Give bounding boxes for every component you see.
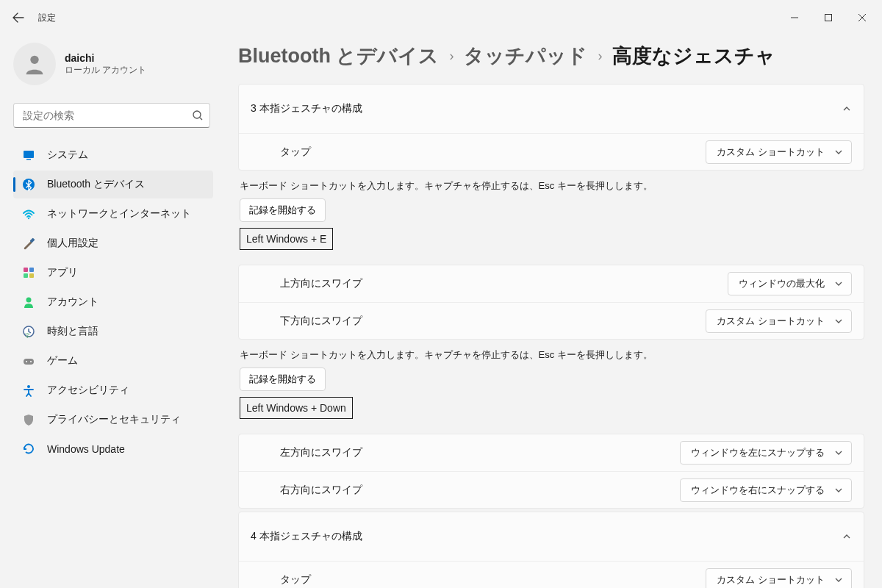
swipe-right-value: ウィンドウを右にスナップする <box>691 484 825 497</box>
row-tap: タップ カスタム ショートカット <box>239 133 864 170</box>
nav-item-shield[interactable]: プライバシーとセキュリティ <box>13 406 213 434</box>
search-input[interactable] <box>23 110 192 121</box>
four-finger-header[interactable]: 4 本指ジェスチャの構成 <box>239 512 864 561</box>
svg-point-3 <box>193 111 201 118</box>
svg-point-14 <box>26 298 32 303</box>
svg-point-20 <box>27 385 30 388</box>
swipe-down-label: 下方向にスワイプ <box>280 315 362 328</box>
nav-item-access[interactable]: アクセシビリティ <box>13 376 213 404</box>
nav-label: アプリ <box>47 266 78 279</box>
four-finger-title: 4 本指ジェスチャの構成 <box>251 530 362 543</box>
svg-point-2 <box>30 56 38 64</box>
swipe-panel-2: 左方向にスワイプ ウィンドウを左にスナップする 右方向にスワイプ ウィンドウを右… <box>238 434 864 509</box>
minimize-button[interactable] <box>778 6 811 29</box>
svg-point-19 <box>30 361 32 362</box>
three-finger-panel: 3 本指ジェスチャの構成 タップ カスタム ショートカット <box>238 84 864 171</box>
swipe-right-label: 右方向にスワイプ <box>280 484 362 497</box>
person-icon <box>22 51 47 76</box>
swipe-up-dropdown[interactable]: ウィンドウの最大化 <box>728 272 852 295</box>
chevron-down-icon <box>833 147 844 157</box>
nav-item-brush[interactable]: 個人用設定 <box>13 229 213 257</box>
svg-rect-13 <box>29 273 34 278</box>
swipe-down-dropdown[interactable]: カスタム ショートカット <box>706 309 852 333</box>
search-icon <box>192 110 204 121</box>
svg-point-18 <box>26 361 27 362</box>
row-swipe-up: 上方向にスワイプ ウィンドウの最大化 <box>239 265 864 302</box>
swipe-up-label: 上方向にスワイプ <box>280 277 362 290</box>
nav-label: アカウント <box>47 295 98 309</box>
back-button[interactable] <box>6 5 31 30</box>
nav-label: 個人用設定 <box>47 237 98 250</box>
nav-item-grid[interactable]: アプリ <box>13 259 213 287</box>
svg-rect-10 <box>24 268 28 272</box>
minimize-icon <box>791 14 798 21</box>
nav-item-wifi[interactable]: ネットワークとインターネット <box>13 200 213 228</box>
4f-tap-dropdown[interactable]: カスタム ショートカット <box>706 568 852 589</box>
nav-label: Windows Update <box>47 443 125 455</box>
search-box[interactable] <box>13 103 210 128</box>
swipe-right-dropdown[interactable]: ウィンドウを右にスナップする <box>680 478 852 502</box>
record-button-1[interactable]: 記録を開始する <box>240 198 326 222</box>
crumb-touchpad[interactable]: タッチパッド <box>464 43 587 69</box>
nav-item-game[interactable]: ゲーム <box>13 347 213 375</box>
4f-tap-label: タップ <box>280 573 311 587</box>
row-swipe-right: 右方向にスワイプ ウィンドウを右にスナップする <box>239 471 864 508</box>
svg-rect-6 <box>26 159 31 160</box>
game-icon <box>22 354 35 368</box>
crumb-bluetooth[interactable]: Bluetooth とデバイス <box>238 43 439 69</box>
wifi-icon <box>22 207 35 220</box>
chevron-down-icon <box>833 316 844 326</box>
titlebar: 設定 <box>0 0 882 35</box>
help-text-2: キーボード ショートカットを入力します。キャプチャを停止するは、Esc キーを長… <box>238 343 864 365</box>
swipe-panel-1: 上方向にスワイプ ウィンドウの最大化 下方向にスワイプ カスタム ショートカット <box>238 265 864 340</box>
swipe-up-value: ウィンドウの最大化 <box>739 277 825 290</box>
four-finger-panel: 4 本指ジェスチャの構成 タップ カスタム ショートカット <box>238 512 864 588</box>
nav-item-bluetooth[interactable]: Bluetooth とデバイス <box>13 171 213 198</box>
person-icon <box>22 295 35 309</box>
account-block[interactable]: daichi ローカル アカウント <box>13 41 213 97</box>
svg-rect-1 <box>825 15 832 21</box>
nav-label: Bluetooth とデバイス <box>47 178 145 191</box>
nav-label: 時刻と言語 <box>47 325 98 338</box>
row-4f-tap: タップ カスタム ショートカット <box>239 561 864 588</box>
close-icon <box>858 14 866 21</box>
content-pane: Bluetooth とデバイス › タッチパッド › 高度なジェスチャ 3 本指… <box>220 35 882 588</box>
help-text-1: キーボード ショートカットを入力します。キャプチャを停止するは、Esc キーを長… <box>238 173 864 196</box>
crumb-current: 高度なジェスチャ <box>612 43 775 69</box>
back-icon <box>12 12 24 24</box>
bluetooth-icon <box>22 178 35 191</box>
display-icon <box>22 148 35 162</box>
nav-item-display[interactable]: システム <box>13 141 213 169</box>
record-button-2[interactable]: 記録を開始する <box>240 368 326 391</box>
tap-dropdown[interactable]: カスタム ショートカット <box>706 140 852 164</box>
nav-item-update[interactable]: Windows Update <box>13 435 213 463</box>
maximize-button[interactable] <box>811 6 845 29</box>
chevron-down-icon <box>833 279 844 289</box>
chevron-up-icon <box>842 531 852 542</box>
svg-line-4 <box>200 118 202 120</box>
4f-tap-value: カスタム ショートカット <box>717 573 825 587</box>
chevron-down-icon <box>833 448 844 458</box>
svg-text:字: 字 <box>25 333 30 338</box>
nav-list: システム Bluetooth とデバイス ネットワークとインターネット 個人用設… <box>13 141 213 463</box>
chevron-down-icon <box>833 575 844 585</box>
close-button[interactable] <box>845 6 879 29</box>
sidebar: daichi ローカル アカウント システム Bluetooth とデバイス ネ… <box>0 35 220 588</box>
svg-rect-17 <box>24 359 34 365</box>
nav-item-clock[interactable]: 字 時刻と言語 <box>13 318 213 345</box>
tap-value: カスタム ショートカット <box>717 146 825 159</box>
app-title: 設定 <box>38 12 56 24</box>
nav-item-person[interactable]: アカウント <box>13 288 213 316</box>
shortcut-display-1: Left Windows + E <box>240 228 333 250</box>
maximize-icon <box>825 14 832 21</box>
swipe-left-value: ウィンドウを左にスナップする <box>691 446 825 459</box>
nav-label: プライバシーとセキュリティ <box>47 413 181 426</box>
window-controls <box>778 6 879 29</box>
nav-label: アクセシビリティ <box>47 384 129 397</box>
svg-point-8 <box>28 218 29 219</box>
three-finger-header[interactable]: 3 本指ジェスチャの構成 <box>239 85 864 133</box>
clock-icon: 字 <box>22 325 35 338</box>
breadcrumb: Bluetooth とデバイス › タッチパッド › 高度なジェスチャ <box>238 43 864 69</box>
swipe-left-dropdown[interactable]: ウィンドウを左にスナップする <box>680 441 852 465</box>
user-type: ローカル アカウント <box>65 64 146 76</box>
